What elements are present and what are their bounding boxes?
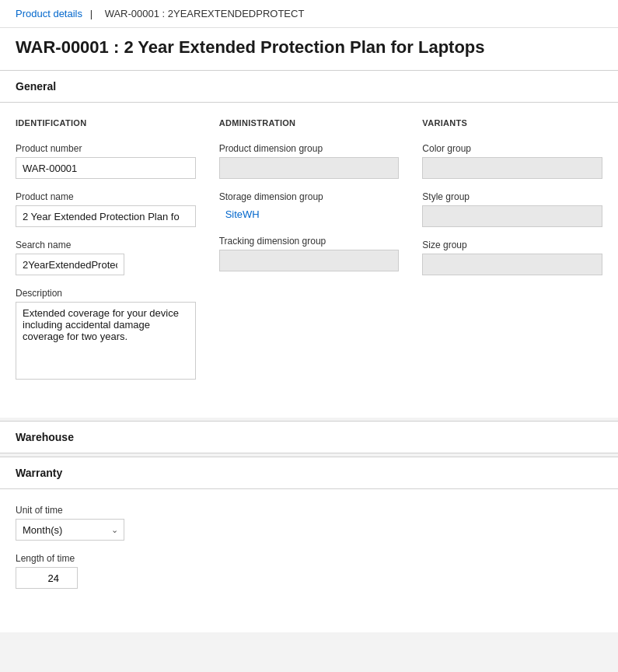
product-dimension-group: Product dimension group: [219, 143, 400, 179]
unit-of-time-wrapper: Day(s) Week(s) Month(s) Year(s) ⌄: [16, 519, 124, 541]
length-of-time-group: Length of time: [16, 553, 602, 589]
description-group: Description Extended coverage for your d…: [16, 288, 196, 382]
color-group-label: Color group: [422, 143, 602, 154]
breadcrumb-current: WAR-00001 : 2YEAREXTENDEDPROTECT: [105, 8, 305, 19]
color-group: Color group: [422, 143, 602, 179]
identification-column: IDENTIFICATION Product number Product na…: [16, 118, 196, 394]
variants-header: VARIANTS: [422, 118, 602, 131]
product-name-group: Product name: [16, 191, 196, 227]
warranty-section-body: Unit of time Day(s) Week(s) Month(s) Yea…: [0, 489, 618, 632]
description-label: Description: [16, 288, 196, 299]
identification-header: IDENTIFICATION: [16, 118, 196, 131]
product-dimension-label: Product dimension group: [219, 143, 400, 154]
size-group: Size group: [422, 240, 602, 275]
tracking-dimension-group: Tracking dimension group: [219, 236, 400, 271]
general-section-body: IDENTIFICATION Product number Product na…: [0, 103, 618, 418]
product-name-input[interactable]: [16, 205, 196, 227]
warranty-section-header[interactable]: Warranty: [0, 457, 618, 489]
unit-of-time-label: Unit of time: [16, 505, 602, 516]
unit-of-time-select[interactable]: Day(s) Week(s) Month(s) Year(s): [16, 519, 124, 541]
product-number-label: Product number: [16, 143, 196, 154]
breadcrumb: Product details | WAR-00001 : 2YEAREXTEN…: [0, 0, 618, 28]
size-group-input[interactable]: [422, 254, 602, 275]
storage-dimension-link[interactable]: SiteWH: [219, 205, 400, 223]
length-of-time-input[interactable]: [16, 567, 78, 589]
warehouse-section-header[interactable]: Warehouse: [0, 421, 618, 453]
style-group-input[interactable]: [422, 205, 602, 227]
page-title: WAR-00001 : 2 Year Extended Protection P…: [0, 28, 618, 70]
administration-header: ADMINISTRATION: [219, 118, 400, 131]
product-number-group: Product number: [16, 143, 196, 179]
storage-dimension-label: Storage dimension group: [219, 191, 400, 202]
style-group: Style group: [422, 191, 602, 227]
warehouse-section: Warehouse: [0, 421, 618, 453]
administration-column: ADMINISTRATION Product dimension group S…: [219, 118, 400, 394]
storage-dimension-group: Storage dimension group SiteWH: [219, 191, 400, 223]
product-dimension-input[interactable]: [219, 157, 400, 179]
tracking-dimension-input[interactable]: [219, 250, 400, 271]
unit-of-time-group: Unit of time Day(s) Week(s) Month(s) Yea…: [16, 505, 602, 541]
breadcrumb-link[interactable]: Product details: [16, 8, 82, 19]
product-number-input[interactable]: [16, 157, 196, 179]
product-name-label: Product name: [16, 191, 196, 202]
breadcrumb-separator: |: [90, 8, 93, 19]
length-of-time-label: Length of time: [16, 553, 602, 564]
search-name-input[interactable]: [16, 254, 124, 275]
warranty-section: Warranty Unit of time Day(s) Week(s) Mon…: [0, 457, 618, 632]
color-group-input[interactable]: [422, 157, 602, 179]
general-section-header[interactable]: General: [0, 70, 618, 103]
description-input[interactable]: Extended coverage for your device includ…: [16, 302, 196, 380]
search-name-group: Search name: [16, 240, 196, 275]
style-group-label: Style group: [422, 191, 602, 202]
tracking-dimension-label: Tracking dimension group: [219, 236, 400, 247]
search-name-label: Search name: [16, 240, 196, 250]
variants-column: VARIANTS Color group Style group Size gr…: [422, 118, 602, 394]
size-group-label: Size group: [422, 240, 602, 250]
